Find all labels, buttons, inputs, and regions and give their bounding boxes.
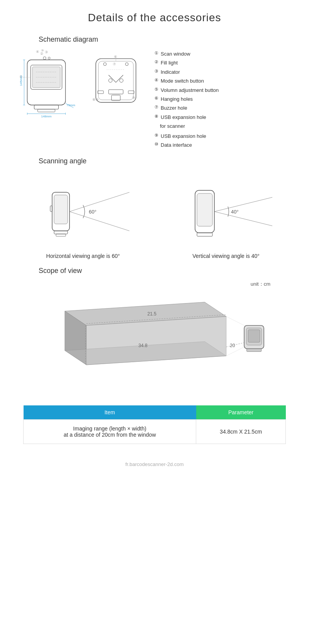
svg-text:34.8: 34.8 bbox=[138, 343, 148, 348]
schematic-section: Schematic diagram bbox=[0, 36, 309, 149]
svg-text:②: ② bbox=[40, 52, 43, 56]
svg-rect-51 bbox=[197, 193, 212, 226]
svg-rect-49 bbox=[56, 234, 66, 236]
legend-item-2: ②Fill light bbox=[154, 58, 219, 67]
svg-rect-4 bbox=[38, 109, 55, 112]
svg-text:⑥: ⑥ bbox=[114, 54, 117, 59]
svg-rect-63 bbox=[248, 330, 260, 342]
scanning-section: Scanning angle 60° Horiz bbox=[0, 157, 309, 259]
vertical-angle-view: 40° Vertical viewing angle is 40° bbox=[158, 171, 294, 259]
legend-item-5: ⑤Volumn adjustment button bbox=[154, 86, 219, 95]
horizontal-angle-label: Horizontal viewing angle is 60° bbox=[15, 253, 151, 259]
svg-line-46 bbox=[70, 212, 129, 231]
svg-point-29 bbox=[126, 63, 129, 66]
page-title: Details of the accessories bbox=[0, 0, 309, 32]
watermark: fr.barcodescanner-2d.com bbox=[0, 459, 309, 471]
svg-text:④: ④ bbox=[36, 50, 39, 54]
svg-line-53 bbox=[214, 197, 272, 212]
svg-rect-52 bbox=[197, 233, 212, 236]
scanning-content: 60° Horizontal viewing angle is 60° bbox=[15, 171, 294, 259]
svg-rect-64 bbox=[247, 349, 261, 352]
svg-line-45 bbox=[70, 192, 129, 212]
svg-text:145mm: 145mm bbox=[19, 75, 23, 86]
svg-text:⑨: ⑨ bbox=[132, 95, 135, 100]
legend-item-10: ⑩Data interface bbox=[154, 141, 219, 149]
svg-line-54 bbox=[214, 212, 272, 226]
svg-text:60°: 60° bbox=[89, 209, 97, 215]
scope-section: Scope of view unit：cm bbox=[0, 267, 309, 390]
table-cell-item: Imaging range (length × width)at a dista… bbox=[24, 420, 196, 444]
vertical-angle-label: Vertical viewing angle is 40° bbox=[158, 253, 294, 259]
svg-text:21.5: 21.5 bbox=[147, 311, 156, 317]
table-header-item: Item bbox=[24, 405, 196, 420]
svg-text:③: ③ bbox=[45, 50, 48, 54]
table-header-param: Parameter bbox=[196, 405, 286, 420]
svg-point-39 bbox=[109, 79, 112, 82]
legend-item-4: ④Mode switch button bbox=[154, 76, 219, 85]
device-front-view: ① ② ③ ④ ⑤ 145mm bbox=[15, 49, 77, 119]
horizontal-angle-view: 60° Horizontal viewing angle is 60° bbox=[15, 171, 151, 259]
scanning-label: Scanning angle bbox=[39, 157, 294, 165]
svg-text:148mm: 148mm bbox=[41, 115, 52, 118]
legend-item-7: ⑦Buzzer hole bbox=[154, 103, 219, 112]
svg-text:40°: 40° bbox=[231, 209, 239, 215]
legend-item-6: ⑥Hanging holes bbox=[154, 95, 219, 103]
unit-label: unit：cm bbox=[15, 281, 294, 288]
legend-item-8: ⑧USB expansion hole for scanner bbox=[154, 113, 219, 131]
svg-point-12 bbox=[48, 57, 50, 59]
svg-rect-43 bbox=[54, 195, 68, 224]
specs-table: Item Parameter Imaging range (length × w… bbox=[23, 405, 286, 444]
svg-point-40 bbox=[119, 79, 123, 82]
svg-text:⑦: ⑦ bbox=[113, 62, 116, 66]
legend-item-1: ①Scan window bbox=[154, 49, 219, 58]
scope-content: unit：cm bbox=[15, 281, 294, 390]
schematic-label: Schematic diagram bbox=[39, 36, 294, 44]
svg-text:79mm: 79mm bbox=[66, 103, 75, 107]
scope-diagram: 21.5 34.8 20 bbox=[15, 290, 294, 390]
svg-rect-31 bbox=[109, 90, 123, 94]
svg-text:⑤: ⑤ bbox=[41, 49, 44, 52]
legend-item-3: ③Indicator bbox=[154, 68, 219, 76]
legend: ①Scan window ②Fill light ③Indicator ④Mod… bbox=[154, 49, 219, 149]
svg-point-28 bbox=[104, 63, 107, 66]
table-row: Imaging range (length × width)at a dista… bbox=[24, 420, 286, 444]
svg-text:⑧⑩: ⑧⑩ bbox=[92, 97, 98, 102]
svg-point-10 bbox=[43, 57, 46, 59]
svg-rect-48 bbox=[54, 231, 68, 234]
table-cell-param: 34.8cm X 21.5cm bbox=[196, 420, 286, 444]
device-diagrams: ① ② ③ ④ ⑤ 145mm bbox=[15, 49, 143, 119]
legend-item-9: ⑨USB expansion hole bbox=[154, 132, 219, 141]
device-top-view: ⑥ ⑦ ⑧⑩ ⑨ bbox=[89, 51, 143, 117]
scope-label: Scope of view bbox=[39, 267, 294, 275]
table-section: Item Parameter Imaging range (length × w… bbox=[0, 398, 309, 459]
schematic-content: ① ② ③ ④ ⑤ 145mm bbox=[15, 49, 294, 149]
svg-rect-3 bbox=[34, 105, 59, 109]
